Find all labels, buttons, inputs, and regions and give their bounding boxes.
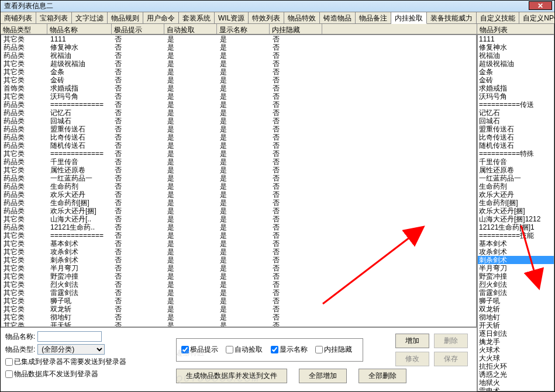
table-row[interactable]: 其它类彻地钉否是是否 — [1, 313, 476, 321]
table-row[interactable]: 其它类刺杀剑术否是是否 — [1, 256, 476, 264]
table-row[interactable]: 其它类半月弯刀否是是否 — [1, 264, 476, 272]
table-row[interactable]: 药品类比奇传送石否是是否 — [1, 133, 476, 141]
col-header[interactable]: 内挂隐藏 — [270, 24, 322, 34]
table-row[interactable]: 药品类记忆石否是是否 — [1, 109, 476, 117]
list-item[interactable]: 祝福油 — [478, 51, 554, 60]
btn-save[interactable]: 保存 — [434, 352, 468, 366]
tab-5[interactable]: 套装系统 — [179, 12, 215, 23]
table-row[interactable]: 其它类属性还原卷否是是否 — [1, 166, 476, 174]
table-row[interactable]: 其它类攻杀剑术否是是否 — [1, 248, 476, 256]
list-item[interactable]: 攻杀剑术 — [478, 248, 554, 256]
tab-14[interactable]: 自定义NPC — [519, 12, 555, 23]
col-header[interactable]: 物品类型 — [1, 24, 47, 34]
tab-13[interactable]: 自定义技能 — [477, 12, 519, 23]
list-item[interactable]: 千里传音 — [478, 158, 554, 166]
list-item[interactable]: 雷电术 — [478, 387, 554, 391]
list-item[interactable]: 12121生命药[捆]1 — [478, 223, 554, 231]
table-row[interactable]: 其它类双龙斩否是是否 — [1, 305, 476, 313]
table-row[interactable]: 药品类生命药剂否是是否 — [1, 182, 476, 190]
list-item[interactable]: 开天斩 — [478, 321, 554, 329]
table-row[interactable]: 药品类生命药剂[捆]否是是否 — [1, 199, 476, 207]
tab-2[interactable]: 文字过滤 — [72, 12, 108, 23]
table-row[interactable]: 其它类烈火剑法否是是否 — [1, 280, 476, 289]
tab-6[interactable]: WIL资源 — [215, 12, 249, 23]
select-item-type[interactable]: (全部分类) — [37, 344, 105, 355]
list-item[interactable]: ==========特殊 — [478, 150, 554, 158]
table-row[interactable]: 其它类开天斩否是是否 — [1, 321, 476, 327]
table-row[interactable]: 药品类千里传音否是是否 — [1, 158, 476, 166]
table-row[interactable]: 药品类欢乐大还丹[捆]否是是否 — [1, 207, 476, 215]
table-row[interactable]: 药品类=============否是是否 — [1, 100, 476, 109]
list-item[interactable]: ==========传送 — [478, 100, 554, 109]
list-item[interactable]: 记忆石 — [478, 109, 554, 117]
list-item[interactable]: 逐日剑法 — [478, 329, 554, 338]
list-item[interactable]: 沃玛号角 — [478, 92, 554, 100]
table-row[interactable]: 其它类野蛮冲撞否是是否 — [1, 272, 476, 280]
list-item[interactable]: 生命药剂 — [478, 182, 554, 190]
list-item[interactable]: 火球术 — [478, 346, 554, 354]
table-row[interactable]: 其它类=============否是是否 — [1, 231, 476, 240]
list-item[interactable]: 半月弯刀 — [478, 264, 554, 272]
list-item[interactable]: 属性还原卷 — [478, 166, 554, 174]
list-item[interactable]: ==========技能 — [478, 231, 554, 240]
list-item[interactable]: 擒龙手 — [478, 338, 554, 346]
input-item-name[interactable] — [37, 331, 102, 342]
close-button[interactable]: ✕ — [529, 1, 552, 10]
table-row[interactable]: 药品类盟重传送石否是是否 — [1, 125, 476, 133]
table-row[interactable]: 其它类基本剑术否是是否 — [1, 240, 476, 248]
btn-select-all[interactable]: 全部增加 — [299, 369, 347, 383]
list-item[interactable]: 1111 — [478, 35, 554, 43]
list-item[interactable]: 求婚戒指 — [478, 84, 554, 92]
table-row[interactable]: 药品类欢乐大还丹否是是否 — [1, 190, 476, 199]
list-item[interactable]: 欢乐大还丹[捆] — [478, 207, 554, 215]
btn-delete[interactable]: 删除 — [434, 334, 468, 348]
list-item[interactable]: 盟重传送石 — [478, 125, 554, 133]
table-row[interactable]: 其它类山海大还丹[..否是是否 — [1, 215, 476, 223]
tab-0[interactable]: 商铺列表 — [1, 12, 36, 23]
list-item[interactable]: 比奇传送石 — [478, 133, 554, 141]
table-row[interactable]: 其它类狮子吼否是是否 — [1, 297, 476, 305]
list-item[interactable]: 基本剑术 — [478, 240, 554, 248]
list-item[interactable]: 金条 — [478, 68, 554, 76]
table-row[interactable]: 药品类随机传送石否是是否 — [1, 141, 476, 150]
table-row[interactable]: 其它类超级祝福油否是是否 — [1, 60, 476, 68]
list-item[interactable]: 超级祝福油 — [478, 60, 554, 68]
btn-add[interactable]: 增加 — [395, 334, 429, 348]
list-item[interactable]: 狮子吼 — [478, 297, 554, 305]
list-item[interactable]: 金砖 — [478, 76, 554, 84]
list-item[interactable]: 野蛮冲撞 — [478, 272, 554, 280]
list-item[interactable]: 诱惑之光 — [478, 370, 554, 379]
list-item[interactable]: 生命药剂[捆] — [478, 199, 554, 207]
table-row[interactable]: 其它类1111否是是否 — [1, 35, 476, 43]
list-item[interactable]: 一红蓝药品一 — [478, 174, 554, 182]
btn-modify[interactable]: 修改 — [395, 352, 429, 366]
list-item[interactable]: 地狱火 — [478, 379, 554, 387]
chk-show-name[interactable] — [271, 346, 278, 353]
col-header[interactable]: 物品名称 — [47, 24, 112, 34]
table-row[interactable]: 其它类金砖否是是否 — [1, 76, 476, 84]
list-item[interactable]: 雷霆剑法 — [478, 289, 554, 297]
list-item[interactable]: 修复神水 — [478, 43, 554, 51]
table-row[interactable]: 其它类沃玛号角否是是否 — [1, 92, 476, 100]
table-row[interactable]: 药品类一红蓝药品一否是是否 — [1, 174, 476, 182]
tab-10[interactable]: 物品备注 — [356, 12, 391, 23]
tab-12[interactable]: 装备技能威力 — [427, 12, 477, 23]
tab-3[interactable]: 物品规则 — [108, 12, 143, 23]
chk-hide[interactable] — [315, 346, 323, 353]
col-header[interactable]: 显示名称 — [217, 24, 270, 34]
list-item[interactable]: 大火球 — [478, 354, 554, 362]
list-item[interactable]: 回城石 — [478, 117, 554, 125]
list-item[interactable]: 山海大还丹[捆]1212 — [478, 215, 554, 223]
list-item[interactable]: 烈火剑法 — [478, 280, 554, 289]
table-row[interactable]: 药品类修复神水否是是否 — [1, 43, 476, 51]
chk-nosend[interactable] — [5, 370, 13, 378]
tab-4[interactable]: 用户命令 — [143, 12, 179, 23]
list-item[interactable]: 刺杀剑术 — [478, 256, 554, 264]
tab-9[interactable]: 铸造物品 — [320, 12, 356, 23]
chk-integrated[interactable] — [5, 358, 13, 366]
tab-7[interactable]: 特效列表 — [249, 12, 284, 23]
col-header[interactable]: 自动捡取 — [164, 24, 217, 34]
table-row[interactable]: 药品类祝福油否是是否 — [1, 51, 476, 60]
table-row[interactable]: 其它类金条否是是否 — [1, 68, 476, 76]
list-item[interactable]: 随机传送石 — [478, 141, 554, 150]
